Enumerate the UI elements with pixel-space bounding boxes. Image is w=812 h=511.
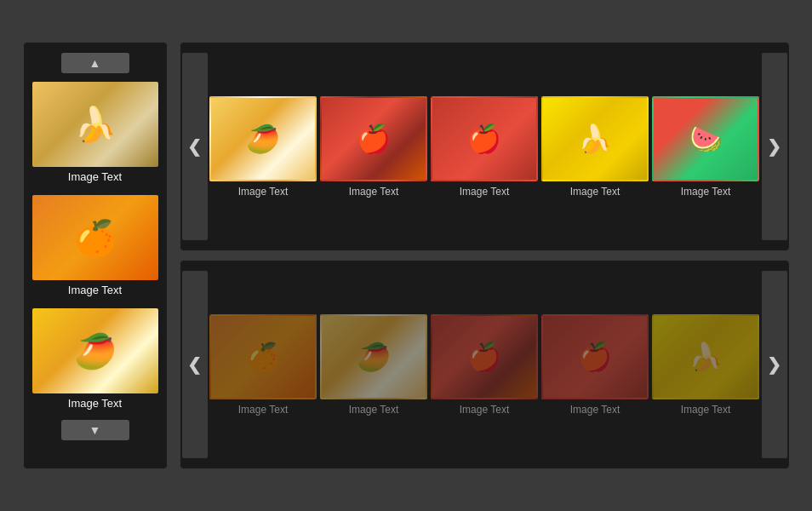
sidebar-item-1[interactable]: 🍌 Image Text	[32, 82, 158, 185]
carousel1-fruit-icon-1: 🥭	[211, 98, 315, 180]
sidebar: ▲ 🍌 Image Text 🍊 Image Text 🥭 Image Text…	[24, 43, 167, 468]
sidebar-thumb-3: 🥭	[32, 308, 158, 393]
sidebar-thumb-2: 🍊	[32, 195, 158, 280]
carousel2-item-2[interactable]: 🥭 Image Text	[320, 314, 427, 416]
carousel2-thumb-4: 🍎	[541, 314, 649, 399]
carousel2-thumb-2: 🥭	[320, 314, 427, 399]
carousel2-thumb-3: 🍎	[431, 314, 538, 399]
carousel2-label-5: Image Text	[652, 404, 759, 416]
carousel1-label-4: Image Text	[541, 186, 649, 198]
carousel1-fruit-icon-4: 🍌	[543, 98, 647, 180]
carousel2-items: 🍊 Image Text 🥭 Image Text 🍎 Image Text	[209, 314, 760, 416]
carousel1-label-1: Image Text	[209, 186, 317, 198]
sidebar-fruit-icon-2: 🍊	[32, 195, 158, 280]
carousel1-next-button[interactable]: ❯	[762, 53, 787, 240]
sidebar-fruit-icon-1: 🍌	[32, 82, 158, 167]
carousel1-fruit-icon-5: 🍉	[654, 98, 758, 180]
carousel1-label-2: Image Text	[320, 186, 427, 198]
carousel2-fruit-icon-2: 🥭	[322, 316, 426, 398]
carousel2-label-4: Image Text	[541, 404, 649, 416]
carousel1-item-1[interactable]: 🥭 Image Text	[209, 96, 317, 198]
carousel1-prev-button[interactable]: ❮	[182, 53, 208, 240]
sidebar-up-button[interactable]: ▲	[61, 53, 129, 73]
carousel2-next-button[interactable]: ❯	[762, 271, 787, 458]
carousel2-label-1: Image Text	[209, 404, 317, 416]
carousel-2: ❮ 🍊 Image Text 🥭 Image Text 🍎	[180, 261, 789, 468]
sidebar-item-3[interactable]: 🥭 Image Text	[32, 308, 158, 411]
sidebar-fruit-icon-3: 🥭	[32, 308, 158, 393]
carousel2-prev-button[interactable]: ❮	[182, 271, 208, 458]
carousel1-fruit-icon-3: 🍎	[432, 98, 536, 180]
carousel1-thumb-3: 🍎	[431, 96, 538, 181]
carousel-1: ❮ 🥭 Image Text 🍎 Image Text 🍎	[180, 43, 789, 250]
carousel1-item-3[interactable]: 🍎 Image Text	[431, 96, 538, 198]
carousel1-label-3: Image Text	[431, 186, 538, 198]
carousel2-fruit-icon-5: 🍌	[654, 316, 758, 398]
sidebar-item-2[interactable]: 🍊 Image Text	[32, 195, 158, 298]
sidebar-down-button[interactable]: ▼	[61, 420, 129, 440]
carousel2-item-5[interactable]: 🍌 Image Text	[652, 314, 759, 416]
carousel2-label-3: Image Text	[431, 404, 538, 416]
carousel1-thumb-2: 🍎	[320, 96, 427, 181]
carousel2-fruit-icon-4: 🍎	[543, 316, 647, 398]
carousel2-thumb-5: 🍌	[652, 314, 759, 399]
carousel2-item-4[interactable]: 🍎 Image Text	[541, 314, 649, 416]
carousel2-label-2: Image Text	[320, 404, 427, 416]
sidebar-thumb-1: 🍌	[32, 82, 158, 167]
carousel1-label-5: Image Text	[652, 186, 759, 198]
carousel1-thumb-1: 🥭	[209, 96, 317, 181]
sidebar-label-2: Image Text	[32, 284, 158, 298]
carousel2-item-3[interactable]: 🍎 Image Text	[431, 314, 538, 416]
carousels-container: ❮ 🥭 Image Text 🍎 Image Text 🍎	[180, 43, 789, 468]
carousel1-thumb-4: 🍌	[541, 96, 649, 181]
carousel1-items: 🥭 Image Text 🍎 Image Text 🍎 Image Text	[209, 96, 760, 198]
carousel2-thumb-1: 🍊	[209, 314, 317, 399]
sidebar-label-3: Image Text	[32, 397, 158, 411]
carousel1-fruit-icon-2: 🍎	[322, 98, 426, 180]
carousel1-item-5[interactable]: 🍉 Image Text	[652, 96, 759, 198]
carousel1-item-2[interactable]: 🍎 Image Text	[320, 96, 427, 198]
carousel2-fruit-icon-1: 🍊	[211, 316, 315, 398]
main-container: ▲ 🍌 Image Text 🍊 Image Text 🥭 Image Text…	[7, 26, 806, 485]
carousel1-item-4[interactable]: 🍌 Image Text	[541, 96, 649, 198]
sidebar-label-1: Image Text	[32, 170, 158, 185]
carousel1-thumb-5: 🍉	[652, 96, 759, 181]
carousel2-item-1[interactable]: 🍊 Image Text	[209, 314, 317, 416]
carousel2-fruit-icon-3: 🍎	[432, 316, 536, 398]
